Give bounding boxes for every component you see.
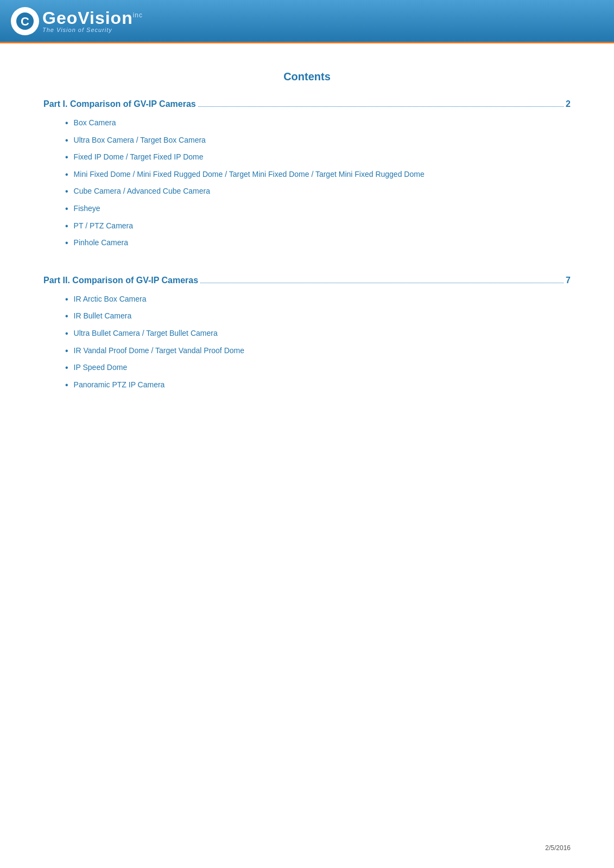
bullet-icon: • xyxy=(65,186,68,196)
toc-item-text: IR Arctic Box Camera xyxy=(74,294,147,305)
page-footer: 2/5/2016 xyxy=(545,844,571,852)
section-spacer xyxy=(43,265,571,276)
toc-item-text: IR Vandal Proof Dome / Target Vandal Pro… xyxy=(74,346,244,356)
part1-list: • Box Camera • Ultra Box Camera / Target… xyxy=(65,118,571,248)
part1-dots xyxy=(198,106,564,107)
part2-heading-text: Part II. Comparison of GV-IP Cameras xyxy=(43,276,198,285)
list-item: • Fisheye xyxy=(65,203,571,214)
logo-icon: C xyxy=(11,7,39,35)
bullet-icon: • xyxy=(65,294,68,304)
part2-list: • IR Arctic Box Camera • IR Bullet Camer… xyxy=(65,294,571,391)
toc-item-text: Fixed IP Dome / Target Fixed IP Dome xyxy=(74,152,204,163)
logo-inc: inc xyxy=(133,11,143,19)
logo-tagline: The Vision of Security xyxy=(42,27,143,33)
bullet-icon: • xyxy=(65,203,68,214)
list-item: • Mini Fixed Dome / Mini Fixed Rugged Do… xyxy=(65,169,571,180)
list-item: • Pinhole Camera xyxy=(65,238,571,248)
logo-brand-name: GeoVisioninc xyxy=(42,9,143,27)
bullet-icon: • xyxy=(65,118,68,128)
bullet-icon: • xyxy=(65,135,68,145)
list-item: • IP Speed Dome xyxy=(65,362,571,373)
bullet-icon: • xyxy=(65,152,68,162)
toc-item-text: IP Speed Dome xyxy=(74,362,128,373)
toc-item-text: Fisheye xyxy=(74,203,100,214)
bullet-icon: • xyxy=(65,362,68,373)
list-item: • Ultra Box Camera / Target Box Camera xyxy=(65,135,571,146)
part2-dots xyxy=(200,283,564,283)
page-header: C GeoVisioninc The Vision of Security xyxy=(0,0,614,43)
part1-heading: Part I. Comparison of GV-IP Cameras 2 xyxy=(43,99,571,109)
main-content: Contents Part I. Comparison of GV-IP Cam… xyxy=(0,43,614,450)
list-item: • Ultra Bullet Camera / Target Bullet Ca… xyxy=(65,328,571,339)
list-item: • PT / PTZ Camera xyxy=(65,221,571,232)
list-item: • IR Vandal Proof Dome / Target Vandal P… xyxy=(65,346,571,356)
svg-text:C: C xyxy=(21,15,29,28)
bullet-icon: • xyxy=(65,311,68,321)
part2-page-number: 7 xyxy=(566,276,571,285)
bullet-icon: • xyxy=(65,169,68,180)
bullet-icon: • xyxy=(65,328,68,339)
list-item: • Box Camera xyxy=(65,118,571,129)
footer-date: 2/5/2016 xyxy=(545,844,571,852)
toc-item-text: IR Bullet Camera xyxy=(74,311,132,322)
list-item: • IR Arctic Box Camera xyxy=(65,294,571,305)
bullet-icon: • xyxy=(65,380,68,390)
toc-item-text: PT / PTZ Camera xyxy=(74,221,133,232)
toc-item-text: Ultra Bullet Camera / Target Bullet Came… xyxy=(74,328,218,339)
bullet-icon: • xyxy=(65,238,68,248)
bullet-icon: • xyxy=(65,221,68,231)
toc-item-text: Panoramic PTZ IP Camera xyxy=(74,380,165,391)
toc-item-text: Cube Camera / Advanced Cube Camera xyxy=(74,186,210,197)
part1-heading-text: Part I. Comparison of GV-IP Cameras xyxy=(43,99,196,109)
toc-item-text: Mini Fixed Dome / Mini Fixed Rugged Dome… xyxy=(74,169,425,180)
toc-item-text: Ultra Box Camera / Target Box Camera xyxy=(74,135,206,146)
list-item: • Panoramic PTZ IP Camera xyxy=(65,380,571,391)
bullet-icon: • xyxy=(65,346,68,356)
toc-item-text: Box Camera xyxy=(74,118,116,129)
list-item: • IR Bullet Camera xyxy=(65,311,571,322)
page-title: Contents xyxy=(43,71,571,83)
part1-page-number: 2 xyxy=(566,99,571,109)
logo-text: GeoVisioninc The Vision of Security xyxy=(42,9,143,33)
part2-heading: Part II. Comparison of GV-IP Cameras 7 xyxy=(43,276,571,285)
toc-item-text: Pinhole Camera xyxy=(74,238,128,248)
list-item: • Cube Camera / Advanced Cube Camera xyxy=(65,186,571,197)
logo-geo: GeoVision xyxy=(42,8,133,28)
logo: C GeoVisioninc The Vision of Security xyxy=(11,7,143,35)
list-item: • Fixed IP Dome / Target Fixed IP Dome xyxy=(65,152,571,163)
